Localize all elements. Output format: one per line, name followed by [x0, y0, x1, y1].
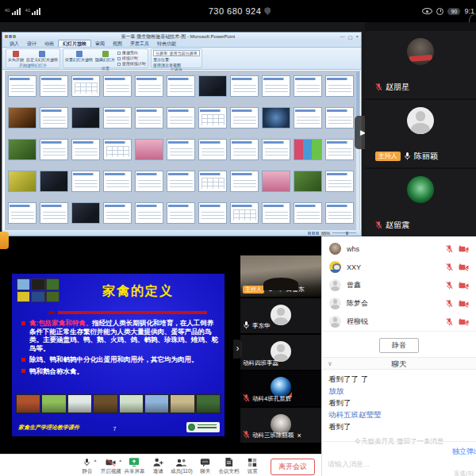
- slide-thumbnail-53[interactable]: [262, 202, 290, 224]
- caret-up-icon[interactable]: ▲: [93, 458, 97, 463]
- slide-thumbnail-6[interactable]: [167, 75, 195, 97]
- slide-thumbnail-25[interactable]: [71, 139, 100, 160]
- slide-thumbnail-46[interactable]: [40, 202, 68, 224]
- strip-tile-1[interactable]: 赵朋星: [365, 31, 476, 98]
- caret-up-icon[interactable]: ▲: [118, 458, 122, 463]
- slide-thumbnail-34[interactable]: [8, 171, 36, 192]
- zoom-slider[interactable]: [332, 232, 356, 233]
- slide-thumbnail-19[interactable]: [230, 107, 259, 129]
- slide-thumbnail-35[interactable]: [40, 171, 68, 192]
- close-icon[interactable]: ×: [298, 432, 301, 440]
- slide-thumbnail-8[interactable]: [230, 75, 259, 97]
- mute-button[interactable]: 静音: [379, 338, 419, 353]
- window-minimize-button[interactable]: —: [340, 34, 345, 40]
- slide-thumbnail-50[interactable]: [167, 202, 195, 224]
- slide-thumbnail-4[interactable]: [103, 75, 132, 97]
- slide-thumbnail-16[interactable]: [135, 107, 163, 129]
- slide-thumbnail-2[interactable]: [40, 75, 68, 97]
- slide-thumbnail-20[interactable]: [262, 107, 290, 129]
- ppt-tab-3[interactable]: 动画: [40, 40, 58, 47]
- slide-thumbnail-42[interactable]: [262, 171, 290, 192]
- slide-thumbnail-21[interactable]: [294, 107, 322, 129]
- send-button[interactable]: 发送(S): [454, 470, 474, 476]
- window-maximize-button[interactable]: ▢: [348, 34, 353, 40]
- member-row-5[interactable]: 程柳锐: [322, 313, 476, 331]
- slide-thumbnail-28[interactable]: [167, 139, 195, 160]
- collapse-chat-icon[interactable]: ∨: [328, 358, 332, 370]
- slide-thumbnail-44[interactable]: [325, 171, 354, 192]
- slide-thumbnail-14[interactable]: [71, 107, 100, 129]
- slide-thumbnail-47[interactable]: [71, 202, 100, 224]
- strip-tile-2[interactable]: 主持人陈丽颖: [365, 100, 476, 167]
- slide-thumbnail-9[interactable]: [262, 75, 290, 97]
- quick-access-toolbar[interactable]: [5, 35, 16, 38]
- ppt-tab-8[interactable]: 特色功能: [153, 40, 180, 47]
- window-controls[interactable]: —▢×: [340, 34, 359, 40]
- docs-button[interactable]: 会议文档: [217, 457, 241, 475]
- settings-button[interactable]: 设置: [240, 457, 264, 475]
- member-row-2[interactable]: XXY: [322, 258, 476, 276]
- slide-thumbnail-10[interactable]: [294, 75, 322, 97]
- video-tile-3[interactable]: 动科四班李蕊: [240, 335, 321, 370]
- slide-thumbnail-3[interactable]: [71, 75, 100, 97]
- ribbon-checkbox[interactable]: 排练计时: [117, 56, 146, 60]
- slide-thumbnail-15[interactable]: [103, 107, 132, 129]
- expand-tiles-button[interactable]: ›: [233, 340, 242, 359]
- slide-thumbnail-41[interactable]: [230, 171, 259, 192]
- ribbon-button[interactable]: 隐藏幻灯片: [95, 50, 115, 62]
- slide-thumbnail-1[interactable]: [8, 75, 36, 97]
- chat-input[interactable]: 请输入消息...: [328, 459, 452, 470]
- slide-thumbnail-23[interactable]: [8, 139, 36, 160]
- slide-thumbnail-26[interactable]: [103, 139, 132, 160]
- ppt-tab-2[interactable]: 设计: [23, 40, 40, 47]
- slide-thumbnail-7[interactable]: [198, 75, 227, 97]
- slide-thumbnail-12[interactable]: [8, 107, 36, 129]
- ribbon-button[interactable]: 从头开始: [8, 50, 24, 62]
- slide-thumbnail-52[interactable]: [230, 202, 259, 224]
- slide-thumbnail-54[interactable]: [294, 202, 322, 224]
- slide-thumbnail-22[interactable]: [325, 107, 354, 129]
- slide-thumbnail-39[interactable]: [167, 171, 195, 192]
- ribbon-option[interactable]: 显示位置:: [153, 57, 200, 62]
- slide-thumbnail-11[interactable]: [325, 75, 354, 97]
- ppt-tab-6[interactable]: 视图: [109, 40, 126, 47]
- slide-thumbnail-17[interactable]: [167, 107, 195, 129]
- slide-thumbnail-38[interactable]: [135, 171, 163, 192]
- members-button[interactable]: 成员(110): [170, 457, 194, 475]
- slide-thumbnail-48[interactable]: [103, 202, 132, 224]
- ribbon-button[interactable]: 设置幻灯片放映: [65, 50, 93, 62]
- popout-chat-link[interactable]: 独立弹出: [452, 447, 476, 457]
- slide-thumbnail-37[interactable]: [103, 171, 132, 192]
- ppt-scrollbar[interactable]: [355, 71, 360, 232]
- window-close-button[interactable]: ×: [355, 34, 359, 40]
- video-tile-5[interactable]: 动科三班陈丽颖×: [240, 408, 321, 443]
- slide-thumbnail-5[interactable]: [135, 75, 163, 97]
- slide-thumbnail-36[interactable]: [71, 171, 100, 192]
- camera-button[interactable]: ▲开启视频: [99, 457, 123, 475]
- strip-tile-3[interactable]: 赵留震: [365, 169, 476, 236]
- slide-thumbnail-43[interactable]: [294, 171, 322, 192]
- ribbon-option[interactable]: 分辨率: 使用当前分辨率: [153, 50, 200, 56]
- slide-thumbnail-30[interactable]: [230, 139, 259, 160]
- slide-thumbnail-51[interactable]: [198, 202, 227, 224]
- slide-thumbnail-32[interactable]: [294, 139, 322, 160]
- chat-button[interactable]: 聊天: [194, 457, 217, 475]
- ppt-tab-5[interactable]: 审阅: [91, 40, 109, 47]
- ppt-tab-7[interactable]: 开发工具: [126, 40, 153, 47]
- slide-thumbnail-24[interactable]: [40, 139, 68, 160]
- slide-thumbnail-45[interactable]: [8, 202, 36, 224]
- mute-button[interactable]: ▲静音: [75, 457, 99, 475]
- member-row-4[interactable]: 陈梦会: [322, 294, 476, 313]
- member-row-3[interactable]: 曾鑫: [322, 276, 476, 294]
- slide-thumbnail-13[interactable]: [40, 107, 68, 129]
- ribbon-button[interactable]: 自定义幻灯片放映: [26, 50, 58, 62]
- share-screen-button[interactable]: 共享屏幕: [123, 457, 147, 475]
- slide-thumbnail-27[interactable]: [135, 139, 163, 160]
- video-tile-2[interactable]: 李东华: [240, 298, 321, 333]
- view-buttons[interactable]: [308, 232, 319, 235]
- ppt-tab-1[interactable]: 插入: [6, 40, 23, 47]
- slide-thumbnail-49[interactable]: [135, 202, 163, 224]
- slide-thumbnail-29[interactable]: [198, 139, 227, 160]
- video-tile-1[interactable]: 主持人田雷东: [240, 255, 321, 297]
- ribbon-checkbox[interactable]: 播放旁白: [117, 50, 146, 55]
